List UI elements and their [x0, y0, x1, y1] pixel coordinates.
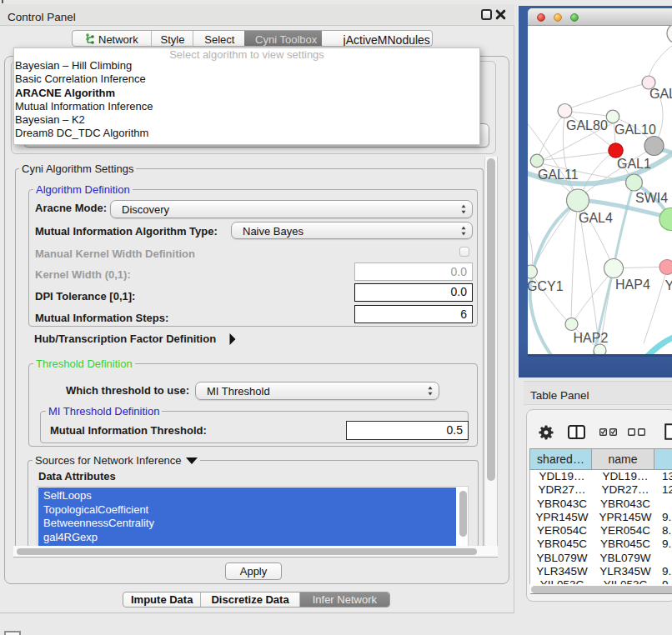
svg-text:Y: Y	[665, 278, 672, 292]
svg-text:GAL7: GAL7	[649, 87, 672, 101]
svg-text:HAP2: HAP2	[574, 331, 609, 345]
svg-text:HAP4: HAP4	[615, 278, 650, 292]
svg-text:GAL11: GAL11	[538, 168, 579, 182]
svg-text:GCY1: GCY1	[528, 279, 564, 293]
svg-text:GAL4: GAL4	[579, 211, 613, 225]
svg-text:GAL1: GAL1	[617, 157, 651, 171]
svg-text:SWI4: SWI4	[635, 191, 668, 205]
svg-text:GAL10: GAL10	[614, 122, 656, 137]
svg-text:GAL80: GAL80	[566, 118, 608, 132]
